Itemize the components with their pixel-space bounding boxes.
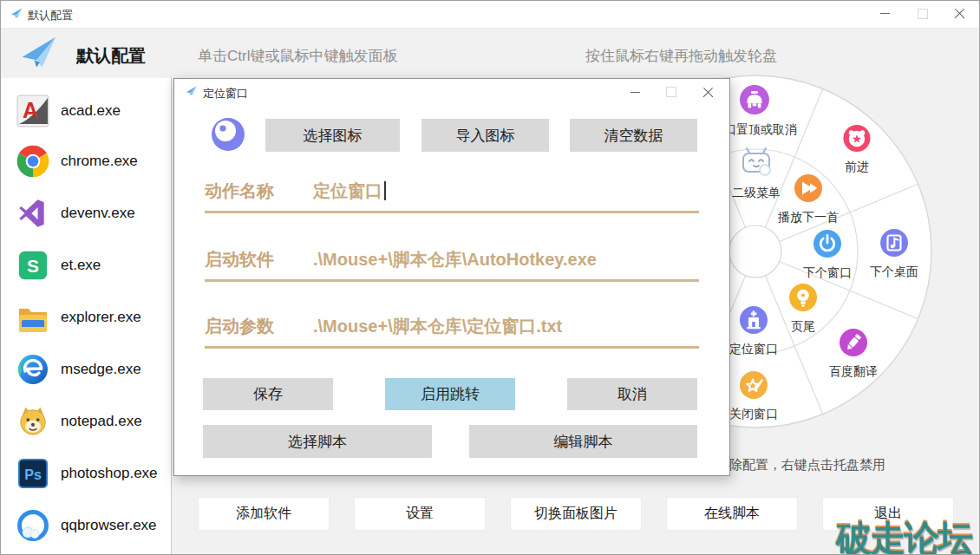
panel-trigger-hint: 单击Ctrl键或鼠标中键触发面板 — [198, 46, 397, 66]
launch-software-label: 启动软件 — [205, 248, 274, 271]
svg-text:A: A — [23, 98, 38, 122]
acad-icon: A — [16, 94, 50, 128]
window-title: 默认配置 — [28, 8, 73, 23]
action-moon-icon[interactable] — [209, 115, 247, 157]
edge-icon — [16, 352, 50, 387]
app-name: et.exe — [61, 257, 101, 274]
page-end-icon — [788, 283, 818, 316]
wheel-item-next-window[interactable]: 下个窗口 — [803, 229, 852, 281]
clear-data-button[interactable]: 清空数据 — [570, 119, 697, 152]
locate-window-dialog: 定位窗口 选择图标 导入图标 清空数据 动作名称 定位窗口 启动软件 .\Mou… — [173, 78, 730, 476]
close-window-icon — [739, 370, 768, 403]
edit-script-button[interactable]: 编辑脚本 — [469, 425, 697, 458]
wheel-item-next-track[interactable]: 播放下一首 — [778, 173, 839, 225]
launch-params-field[interactable]: .\Mouse+\脚本仓库\定位窗口.txt — [313, 315, 562, 338]
wheel-item-page-end[interactable]: 页尾 — [788, 283, 818, 335]
titlebar: 默认配置 — [0, 0, 980, 29]
svg-text:S: S — [27, 256, 39, 276]
sidebar-item-photoshop[interactable]: Ps photoshop.exe — [1, 449, 171, 498]
wheel-item-label: 下个桌面 — [870, 264, 918, 280]
action-name-field[interactable]: 定位窗口 — [313, 180, 386, 203]
submenu-face-icon — [739, 144, 774, 182]
select-script-button[interactable]: 选择脚本 — [203, 425, 432, 458]
wheel-item-baidu-translate[interactable]: 百度翻译 — [829, 328, 878, 380]
switch-panel-image-button[interactable]: 切换面板图片 — [510, 497, 642, 531]
wheel-trigger-hint: 按住鼠标右键再拖动触发轮盘 — [585, 46, 777, 66]
sidebar-item-acad[interactable]: A acad.exe — [1, 87, 171, 135]
field-underline — [205, 346, 699, 349]
wheel-item-label: 关闭窗口 — [729, 407, 778, 422]
wheel-item-forward[interactable]: 前进 — [843, 124, 872, 175]
app-name: msedge.exe — [61, 361, 141, 378]
app-name: acad.exe — [61, 102, 121, 120]
app-name: qqbrowser.exe — [61, 517, 157, 534]
minimize-button[interactable] — [866, 0, 904, 27]
dialog-plane-icon — [185, 85, 198, 101]
text-caret — [384, 181, 386, 200]
maximize-button[interactable] — [904, 0, 942, 27]
app-name: devenv.exe — [61, 205, 135, 222]
import-icon-button[interactable]: 导入图标 — [421, 119, 549, 152]
dialog-minimize-button[interactable] — [620, 81, 650, 103]
next-window-icon — [813, 229, 842, 262]
app-logo-plane-icon — [10, 7, 23, 24]
app-name: photoshop.exe — [61, 465, 158, 482]
launch-params-label: 启动参数 — [205, 315, 274, 338]
cancel-button[interactable]: 取消 — [567, 378, 697, 410]
wheel-item-next-desktop[interactable]: 下个桌面 — [870, 228, 918, 280]
wheel-item-label: 页尾 — [791, 319, 815, 335]
sidebar-item-et[interactable]: S et.exe — [1, 241, 171, 290]
action-name-label: 动作名称 — [205, 180, 274, 203]
doge-icon — [16, 404, 50, 439]
tray-hint-text: 删除配置，右键点击托盘禁用 — [716, 457, 885, 473]
close-button[interactable] — [940, 0, 978, 27]
field-underline — [205, 279, 699, 282]
wheel-item-close-window[interactable]: 关闭窗口 — [729, 370, 778, 422]
next-track-icon — [794, 173, 823, 206]
sidebar-item-qqbrowser[interactable]: qqbrowser.exe — [1, 501, 171, 550]
locate-window-icon — [739, 305, 768, 338]
visual-studio-icon — [16, 196, 50, 231]
svg-text:Ps: Ps — [24, 467, 42, 482]
sidebar-item-chrome[interactable]: chrome.exe — [1, 137, 171, 186]
dialog-close-button[interactable] — [693, 81, 722, 103]
wheel-item-submenu[interactable]: 二级菜单 — [732, 144, 781, 201]
forum-watermark: 破走论坛 — [836, 515, 971, 555]
app-sidebar: A acad.exe chrome.exe devenv.exe S et.ex… — [1, 78, 172, 554]
wheel-item-label: 下个窗口 — [803, 265, 852, 281]
forward-icon — [843, 124, 872, 156]
qqbrowser-icon — [16, 508, 50, 543]
sidebar-item-notepad[interactable]: notepad.exe — [1, 397, 171, 446]
sidebar-item-msedge[interactable]: msedge.exe — [1, 345, 171, 394]
wheel-item-label: 定位窗口 — [729, 342, 778, 357]
wheel-item-label: 二级菜单 — [732, 186, 781, 201]
app-name: notepad.exe — [61, 413, 142, 430]
launch-software-field[interactable]: .\Mouse+\脚本仓库\AutoHotkey.exe — [313, 248, 597, 271]
online-scripts-button[interactable]: 在线脚本 — [666, 497, 798, 531]
photoshop-icon: Ps — [16, 456, 50, 491]
sidebar-item-devenv[interactable]: devenv.exe — [1, 189, 171, 238]
add-software-button[interactable]: 添加软件 — [198, 497, 330, 531]
wps-spreadsheet-icon: S — [16, 248, 50, 283]
pin-window-top-icon — [739, 84, 770, 119]
save-button[interactable]: 保存 — [203, 378, 333, 410]
chrome-icon — [16, 144, 50, 179]
config-name-title: 默认配置 — [76, 44, 146, 68]
wheel-item-label: 前进 — [845, 160, 869, 175]
app-name: explorer.exe — [61, 309, 141, 326]
dialog-title: 定位窗口 — [203, 86, 248, 101]
file-explorer-icon — [16, 300, 50, 335]
header-logo-plane-icon — [16, 35, 61, 76]
wheel-item-label: 播放下一首 — [778, 210, 839, 225]
next-desktop-icon — [879, 228, 909, 261]
sidebar-item-explorer[interactable]: explorer.exe — [1, 293, 171, 342]
dialog-maximize-button[interactable] — [657, 81, 686, 103]
field-underline — [205, 211, 699, 213]
app-name: chrome.exe — [61, 153, 138, 170]
baidu-translate-icon — [839, 328, 868, 361]
wheel-item-label: 百度翻译 — [829, 364, 878, 380]
settings-button[interactable]: 设置 — [354, 497, 486, 531]
enable-jump-button[interactable]: 启用跳转 — [385, 378, 515, 410]
wheel-item-locate-window[interactable]: 定位窗口 — [729, 305, 778, 357]
select-icon-button[interactable]: 选择图标 — [265, 119, 400, 152]
